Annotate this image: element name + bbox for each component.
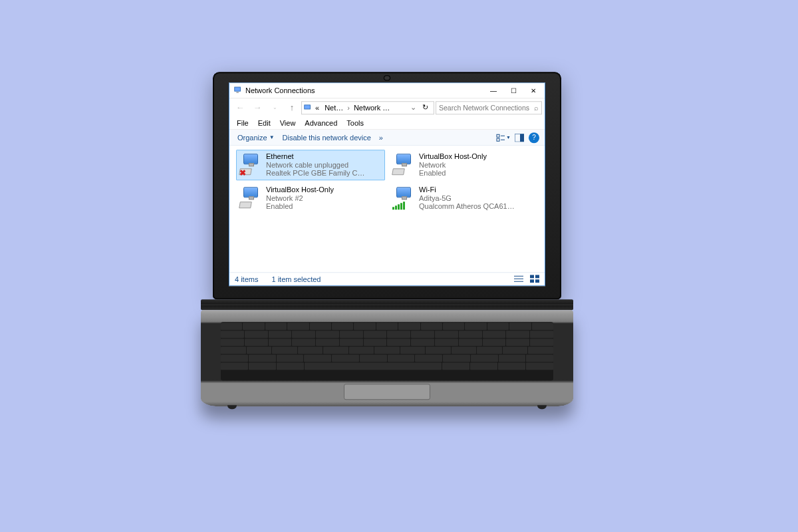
svg-rect-1 [236, 92, 239, 93]
nav-row: ← → ⌄ ↑ « Net… › Network … ⌄ ↻ Search Ne [229, 98, 545, 116]
chevron-right-icon: › [346, 104, 351, 112]
connection-name: Ethernet [266, 152, 365, 161]
titlebar[interactable]: Network Connections — ☐ ✕ [229, 83, 545, 98]
svg-rect-13 [535, 275, 539, 278]
laptop-foot [227, 405, 237, 409]
svg-rect-0 [235, 87, 241, 91]
network-connections-window: Network Connections — ☐ ✕ ← → ⌄ ↑ « Net…… [229, 82, 545, 286]
window-title: Network Connections [245, 86, 483, 94]
search-placeholder: Search Network Connections [439, 104, 534, 112]
search-icon: ⌕ [534, 104, 539, 112]
minimize-button[interactable]: — [483, 83, 503, 98]
view-details-icon[interactable] [514, 275, 523, 284]
breadcrumb-seg-1[interactable]: Net… [322, 104, 346, 112]
menu-advanced[interactable]: Advanced [300, 119, 342, 127]
laptop-screen: Network Connections — ☐ ✕ ← → ⌄ ↑ « Net…… [229, 82, 545, 286]
chevron-down-icon[interactable]: ⌄ [409, 103, 418, 112]
connection-wifi[interactable]: Wi-Fi Aditya-5G Qualcomm Atheros QCA61… [389, 183, 538, 213]
laptop-frame: Network Connections — ☐ ✕ ← → ⌄ ↑ « Net…… [213, 72, 585, 406]
svg-rect-12 [530, 275, 534, 278]
connection-device: Realtek PCIe GBE Family C… [266, 170, 365, 178]
ethernet-error-icon: ✖ [239, 154, 262, 176]
connection-status: Network [419, 161, 487, 170]
recent-locations-button[interactable]: ⌄ [267, 100, 283, 115]
svg-rect-14 [530, 279, 534, 283]
laptop-hinge [201, 299, 573, 310]
laptop-foot [537, 405, 547, 409]
item-count: 4 items [235, 275, 258, 283]
network-connections-icon [233, 86, 243, 95]
disable-device-button[interactable]: Disable this network device [279, 134, 375, 142]
view-icons-icon[interactable] [530, 275, 539, 284]
ethernet-icon [239, 187, 262, 209]
more-commands-button[interactable]: » [375, 134, 387, 142]
menu-file[interactable]: File [232, 119, 253, 127]
webcam [384, 76, 390, 80]
command-bar: Organize ▼ Disable this network device »… [229, 130, 545, 146]
connections-list: ✖ Ethernet Network cable unplugged Realt… [229, 146, 545, 272]
menu-tools[interactable]: Tools [342, 119, 368, 127]
preview-pane-button[interactable] [511, 134, 527, 142]
refresh-button[interactable]: ↻ [418, 103, 432, 112]
laptop-base [201, 310, 573, 406]
up-button[interactable]: ↑ [284, 100, 300, 115]
ethernet-icon [392, 154, 415, 176]
selected-count: 1 item selected [271, 275, 321, 283]
breadcrumb-seg-2[interactable]: Network … [351, 104, 392, 112]
connection-name: Wi-Fi [419, 186, 515, 194]
organize-button[interactable]: Organize ▼ [233, 134, 279, 142]
close-button[interactable]: ✕ [523, 83, 543, 98]
connection-device: Qualcomm Atheros QCA61… [419, 203, 515, 211]
connection-status: Network #2 [266, 194, 334, 203]
svg-rect-3 [497, 134, 499, 137]
menubar: File Edit View Advanced Tools [229, 116, 545, 130]
breadcrumb[interactable]: « Net… › Network … ⌄ ↻ [301, 101, 434, 114]
svg-rect-4 [497, 138, 499, 141]
svg-rect-2 [305, 104, 311, 108]
maximize-button[interactable]: ☐ [503, 83, 523, 98]
help-button[interactable]: ? [529, 132, 539, 143]
laptop-trackpad [344, 384, 430, 400]
svg-rect-8 [520, 134, 524, 142]
connection-device: Enabled [266, 203, 334, 211]
connection-virtualbox-1[interactable]: VirtualBox Host-Only Network Enabled [389, 150, 538, 180]
statusbar: 4 items 1 item selected [229, 272, 545, 285]
connection-text: Ethernet Network cable unplugged Realtek… [266, 152, 365, 178]
connection-status: Aditya-5G [419, 194, 515, 203]
connection-name: VirtualBox Host-Only [419, 152, 487, 161]
search-input[interactable]: Search Network Connections ⌕ [436, 101, 542, 114]
folder-icon [303, 103, 313, 112]
forward-button[interactable]: → [249, 100, 265, 115]
laptop-keyboard [221, 322, 553, 380]
wifi-icon [392, 187, 415, 209]
menu-view[interactable]: View [275, 119, 301, 127]
breadcrumb-prefix: « [313, 104, 322, 112]
laptop-screen-bezel: Network Connections — ☐ ✕ ← → ⌄ ↑ « Net…… [213, 72, 561, 299]
svg-rect-15 [535, 279, 539, 283]
back-button[interactable]: ← [232, 100, 248, 115]
connection-text: VirtualBox Host-Only Network Enabled [419, 152, 487, 178]
view-options-button[interactable]: ▼ [495, 133, 511, 142]
connection-name: VirtualBox Host-Only [266, 186, 334, 194]
connection-text: Wi-Fi Aditya-5G Qualcomm Atheros QCA61… [419, 186, 515, 211]
connection-ethernet[interactable]: ✖ Ethernet Network cable unplugged Realt… [236, 150, 385, 180]
connection-virtualbox-2[interactable]: VirtualBox Host-Only Network #2 Enabled [236, 183, 385, 213]
menu-edit[interactable]: Edit [253, 119, 275, 127]
dropdown-icon: ▼ [269, 134, 275, 140]
connection-text: VirtualBox Host-Only Network #2 Enabled [266, 186, 334, 211]
connection-device: Enabled [419, 170, 487, 178]
connection-status: Network cable unplugged [266, 161, 365, 170]
